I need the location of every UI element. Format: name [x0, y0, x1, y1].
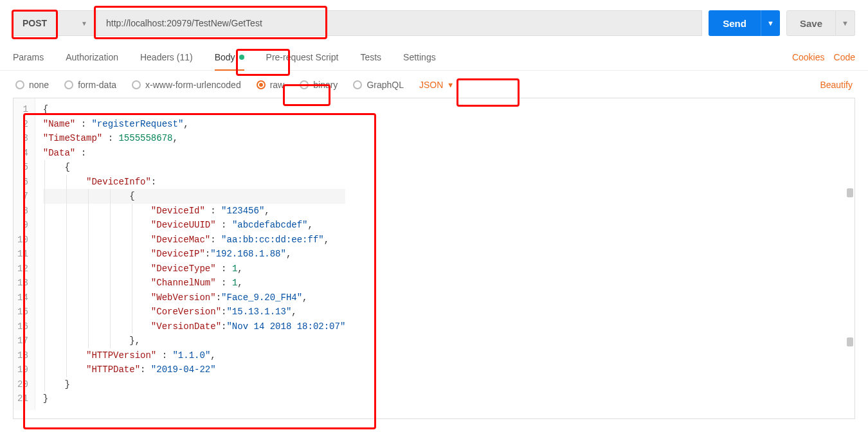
radio-icon: [257, 80, 266, 89]
code-line[interactable]: {: [43, 160, 346, 175]
raw-format-select[interactable]: JSON▼: [419, 80, 454, 90]
code-line[interactable]: "TimeStamp" : 1555558678,: [43, 131, 346, 146]
tab-label: Tests: [360, 52, 381, 62]
radio-icon: [64, 80, 73, 89]
body-type-none[interactable]: none: [15, 80, 49, 90]
send-button[interactable]: Send: [709, 10, 761, 36]
raw-format-label: JSON: [419, 80, 443, 90]
code-line[interactable]: "DeviceType" : 1,: [43, 262, 346, 276]
tab-label: Headers (11): [140, 52, 193, 62]
scrollbar-track: [847, 98, 853, 418]
radio-label: GraphQL: [366, 80, 404, 90]
body-type-raw[interactable]: raw: [257, 80, 285, 90]
code-line[interactable]: "WebVersion":"Face_9.20_FH4",: [43, 291, 346, 305]
code-editor[interactable]: 123456789101112131415161718192021 {"Name…: [13, 98, 855, 419]
tab-body[interactable]: Body: [215, 44, 244, 70]
tab-authorization[interactable]: Authorization: [66, 44, 118, 70]
radio-icon: [300, 80, 309, 89]
code-line[interactable]: }: [43, 391, 346, 406]
code-line[interactable]: "DeviceIP":"192.168.1.88",: [43, 247, 346, 262]
radio-label: form-data: [78, 80, 116, 90]
tab-params[interactable]: Params: [13, 44, 44, 70]
code-line[interactable]: {: [43, 189, 346, 204]
beautify-link[interactable]: Beautify: [820, 80, 853, 90]
modified-dot-icon: [239, 55, 244, 60]
send-options-button[interactable]: ▼: [761, 10, 780, 36]
chevron-down-icon: ▼: [447, 81, 454, 89]
code-line[interactable]: {: [43, 102, 346, 117]
code-line[interactable]: "HTTPVersion" : "1.1.0",: [43, 348, 346, 363]
tab-label: Params: [13, 52, 44, 62]
tab-label: Pre-request Script: [266, 52, 339, 62]
radio-icon: [15, 80, 24, 89]
scrollbar-thumb-lower[interactable]: [847, 337, 853, 346]
tab-label: Settings: [403, 52, 436, 62]
radio-label: none: [29, 80, 49, 90]
scrollbar-thumb-upper[interactable]: [847, 188, 853, 197]
tab-label: Authorization: [66, 52, 118, 62]
radio-label: x-www-form-urlencoded: [145, 80, 241, 90]
code-line[interactable]: "CoreVersion":"15.13.1.13",: [43, 305, 346, 319]
code-line[interactable]: }: [43, 377, 346, 392]
code-line[interactable]: },: [43, 334, 346, 348]
code-line[interactable]: "DeviceInfo":: [43, 175, 346, 190]
http-method-label: POST: [23, 18, 47, 28]
radio-label: binary: [313, 80, 338, 90]
radio-label: raw: [270, 80, 285, 90]
radio-icon: [132, 80, 141, 89]
save-button[interactable]: Save: [786, 10, 836, 36]
chevron-down-icon: ▼: [81, 20, 87, 27]
url-input[interactable]: [96, 10, 702, 36]
save-options-button[interactable]: ▼: [836, 10, 855, 36]
code-line[interactable]: "Name" : "registerRequest",: [43, 117, 346, 132]
tab-pre-request-script[interactable]: Pre-request Script: [266, 44, 339, 70]
code-link[interactable]: Code: [834, 52, 855, 62]
code-line[interactable]: "VersionDate":"Nov 14 2018 18:02:07": [43, 319, 346, 334]
tab-headers-11[interactable]: Headers (11): [140, 44, 193, 70]
code-line[interactable]: "DeviceId" : "123456",: [43, 204, 346, 219]
cookies-link[interactable]: Cookies: [792, 52, 825, 62]
code-line[interactable]: "DeviceUUID" : "abcdefabcdef",: [43, 218, 346, 233]
body-type-form-data[interactable]: form-data: [64, 80, 116, 90]
tab-tests[interactable]: Tests: [360, 44, 381, 70]
line-number-gutter: 123456789101112131415161718192021: [14, 98, 35, 410]
code-line[interactable]: "ChannelNum" : 1,: [43, 276, 346, 291]
body-type-GraphQL[interactable]: GraphQL: [353, 80, 404, 90]
body-type-binary[interactable]: binary: [300, 80, 338, 90]
code-line[interactable]: "HTTPDate": "2019-04-22": [43, 363, 346, 377]
tab-settings[interactable]: Settings: [403, 44, 436, 70]
radio-icon: [353, 80, 362, 89]
code-line[interactable]: "Data" :: [43, 146, 346, 161]
http-method-select[interactable]: POST ▼: [13, 10, 96, 36]
body-type-x-www-form-urlencoded[interactable]: x-www-form-urlencoded: [132, 80, 241, 90]
code-line[interactable]: "DeviceMac": "aa:bb:cc:dd:ee:ff",: [43, 233, 346, 247]
tab-label: Body: [215, 52, 235, 62]
